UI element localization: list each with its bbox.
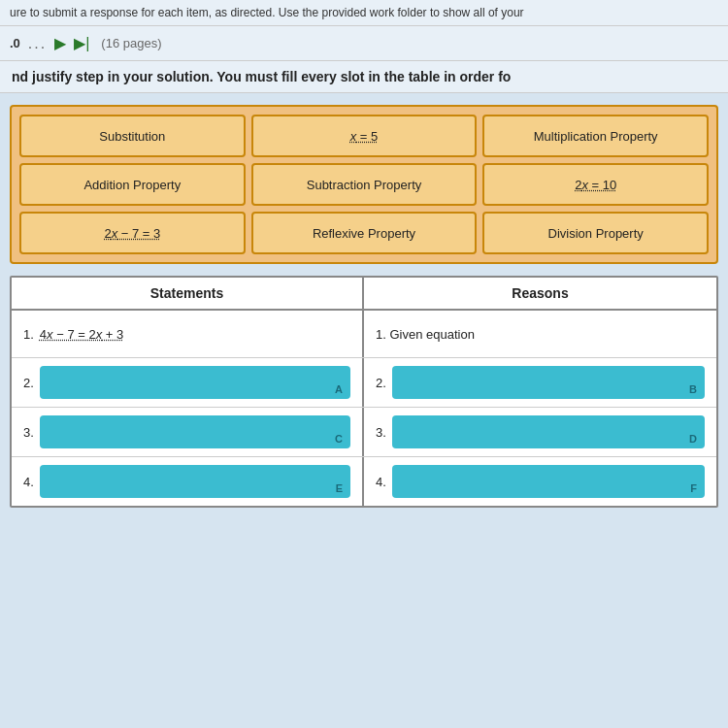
drop-slot-f[interactable]: F: [392, 465, 705, 498]
statement-1-cell: 1. 4x − 7 = 2x + 3: [12, 311, 364, 357]
page-number: .0: [10, 36, 20, 50]
page-info: (16 pages): [101, 36, 161, 50]
tile-subtraction-property[interactable]: Subtraction Property: [251, 163, 478, 206]
reason-2-cell: 2. B: [364, 358, 716, 407]
slot-label-d: D: [686, 432, 700, 446]
top-bar-text: ure to submit a response for each item, …: [10, 6, 524, 19]
nav-bar: .0 ... ▶ ▶| (16 pages): [0, 26, 728, 61]
slot-label-c: C: [332, 432, 346, 446]
statement-3-cell: 3. C: [12, 408, 364, 456]
tile-substitution[interactable]: Substitution: [19, 115, 246, 157]
tile-division-property[interactable]: Division Property: [482, 212, 709, 254]
table-row: 3. C 3. D: [12, 408, 716, 457]
table-row: 4. E 4. F: [12, 457, 716, 506]
tile-addition-property[interactable]: Addition Property: [19, 163, 246, 206]
instruction-text: nd justify step in your solution. You mu…: [12, 69, 511, 84]
tile-2x-minus-7-eq-3[interactable]: 2x − 7 = 3: [19, 212, 246, 254]
tile-2x-equals-10[interactable]: 2x = 10: [482, 163, 709, 206]
reasons-header: Reasons: [364, 278, 716, 309]
nav-dots: ...: [28, 35, 47, 52]
slot-label-e: E: [333, 481, 346, 495]
table-row: 1. 4x − 7 = 2x + 3 1. Given equation: [12, 311, 716, 358]
statements-header: Statements: [12, 278, 364, 309]
table-header: Statements Reasons: [12, 278, 716, 311]
slot-label-a: A: [332, 382, 346, 396]
statement-4-cell: 4. E: [12, 457, 364, 506]
drop-slot-b[interactable]: B: [392, 366, 705, 399]
tile-reflexive-property[interactable]: Reflexive Property: [251, 212, 478, 254]
tiles-container: Substitution x = 5 Multiplication Proper…: [10, 105, 718, 264]
main-content: Substitution x = 5 Multiplication Proper…: [0, 93, 728, 519]
drop-slot-a[interactable]: A: [40, 366, 350, 399]
reason-1-cell: 1. Given equation: [364, 311, 716, 357]
drop-slot-c[interactable]: C: [40, 415, 350, 448]
play-icon[interactable]: ▶: [54, 34, 66, 52]
drop-slot-e[interactable]: E: [40, 465, 350, 498]
proof-table: Statements Reasons 1. 4x − 7 = 2x + 3 1.…: [10, 276, 718, 508]
skip-to-end-icon[interactable]: ▶|: [74, 34, 89, 52]
top-bar: ure to submit a response for each item, …: [0, 0, 728, 26]
tile-multiplication-property[interactable]: Multiplication Property: [482, 115, 709, 157]
statement-2-cell: 2. A: [12, 358, 364, 407]
reason-4-cell: 4. F: [364, 457, 716, 506]
instruction-bar: nd justify step in your solution. You mu…: [0, 61, 728, 93]
tile-x-equals-5[interactable]: x = 5: [251, 115, 478, 157]
slot-label-b: B: [686, 382, 700, 396]
slot-label-f: F: [687, 481, 700, 495]
drop-slot-d[interactable]: D: [392, 415, 705, 448]
table-row: 2. A 2. B: [12, 358, 716, 408]
reason-3-cell: 3. D: [364, 408, 716, 456]
